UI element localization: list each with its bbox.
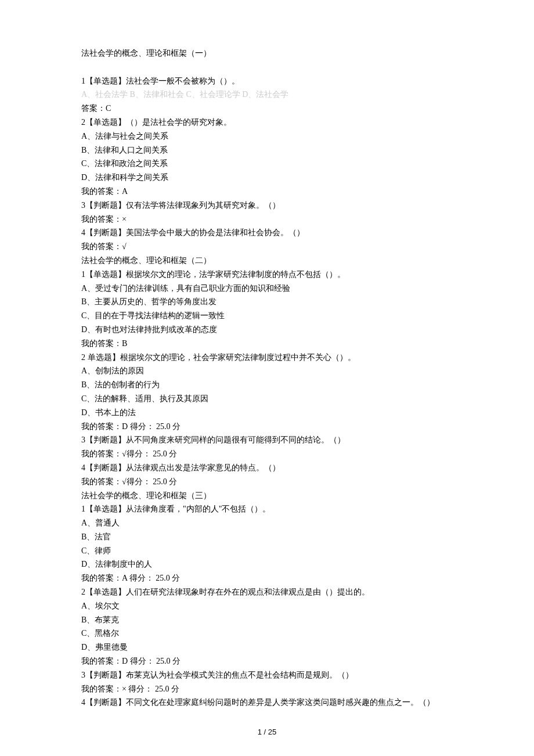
document-page: 法社会学的概念、理论和框架（一） 1【单选题】法社会学一般不会被称为（）。 A、… bbox=[0, 0, 534, 756]
answer-line: 我的答案：D 得分： 25.0 分 bbox=[81, 420, 453, 434]
answer-line: 我的答案：D 得分： 25.0 分 bbox=[81, 654, 453, 668]
question-stem: 1【单选题】法社会学一般不会被称为（）。 bbox=[81, 74, 453, 88]
option-a: A、埃尔文 bbox=[81, 599, 453, 613]
question-stem: 3【判断题】从不同角度来研究同样的问题很有可能得到不同的结论。（） bbox=[81, 433, 453, 447]
answer-line: 我的答案：× 得分： 25.0 分 bbox=[81, 682, 453, 696]
question-stem: 4【判断题】美国法学会中最大的协会是法律和社会协会。（） bbox=[81, 226, 453, 240]
option-c: C、目的在于寻找法律结构的逻辑一致性 bbox=[81, 309, 453, 323]
question-options: A、社会法学 B、法律和社会 C、社会理论学 D、法社会学 bbox=[81, 88, 453, 102]
page-number: 1 / 25 bbox=[0, 726, 534, 739]
question-stem: 2【单选题】人们在研究法律现象时存在外在的观点和法律观点是由（）提出的。 bbox=[81, 585, 453, 599]
question-stem: 2【单选题】（）是法社会学的研究对象。 bbox=[81, 116, 453, 129]
option-a: A、受过专门的法律训练，具有自己职业方面的知识和经验 bbox=[81, 282, 453, 296]
option-b: B、法的创制者的行为 bbox=[81, 378, 453, 392]
question-stem: 3【判断题】布莱克认为社会学模式关注的焦点不是社会结构而是规则。（） bbox=[81, 668, 453, 682]
blank-line bbox=[81, 60, 453, 74]
answer-line: 答案：C bbox=[81, 102, 453, 116]
answer-line: 我的答案：× bbox=[81, 213, 453, 226]
question-stem: 1【单选题】从法律角度看，"内部的人"不包括（）。 bbox=[81, 502, 453, 516]
option-c: C、律师 bbox=[81, 544, 453, 558]
option-b: B、法官 bbox=[81, 530, 453, 544]
option-c: C、黑格尔 bbox=[81, 627, 453, 640]
option-d: D、弗里德曼 bbox=[81, 640, 453, 654]
option-b: B、法律和人口之间关系 bbox=[81, 143, 453, 157]
option-b: B、布莱克 bbox=[81, 613, 453, 627]
option-d: D、书本上的法 bbox=[81, 406, 453, 420]
question-stem: 4【判断题】不同文化在处理家庭纠纷问题时的差异是人类学家这类问题时感兴趣的焦点之… bbox=[81, 696, 453, 710]
answer-line: 我的答案：A 得分： 25.0 分 bbox=[81, 571, 453, 585]
answer-line: 我的答案：A bbox=[81, 185, 453, 199]
question-stem: 1【单选题】根据埃尔文的理论，法学家研究法律制度的特点不包括（）。 bbox=[81, 268, 453, 282]
option-a: A、法律与社会之间关系 bbox=[81, 129, 453, 143]
answer-line: 我的答案：√ bbox=[81, 240, 453, 254]
section-title: 法社会学的概念、理论和框架（三） bbox=[81, 489, 453, 503]
option-a: A、创制法的原因 bbox=[81, 364, 453, 378]
option-d: D、法律和科学之间关系 bbox=[81, 171, 453, 185]
answer-line: 我的答案：B bbox=[81, 337, 453, 351]
answer-line: 我的答案：√得分： 25.0 分 bbox=[81, 447, 453, 461]
answer-line: 我的答案：√得分： 25.0 分 bbox=[81, 475, 453, 489]
option-c: C、法的解释、适用、执行及其原因 bbox=[81, 392, 453, 406]
question-stem: 2 单选题】根据埃尔文的理论，社会学家研究法律制度过程中并不关心（）。 bbox=[81, 351, 453, 365]
option-d: D、有时也对法律持批判或改革的态度 bbox=[81, 323, 453, 337]
option-b: B、主要从历史的、哲学的等角度出发 bbox=[81, 295, 453, 309]
option-a: A、普通人 bbox=[81, 516, 453, 530]
question-stem: 3【判断题】仅有法学将法律现象列为其研究对象。（） bbox=[81, 199, 453, 213]
question-stem: 4【判断题】从法律观点出发是法学家意见的特点。（） bbox=[81, 461, 453, 475]
option-c: C、法律和政治之间关系 bbox=[81, 157, 453, 171]
section-title: 法社会学的概念、理论和框架（一） bbox=[81, 46, 453, 60]
section-title: 法社会学的概念、理论和框架（二） bbox=[81, 254, 453, 268]
option-d: D、法律制度中的人 bbox=[81, 557, 453, 571]
